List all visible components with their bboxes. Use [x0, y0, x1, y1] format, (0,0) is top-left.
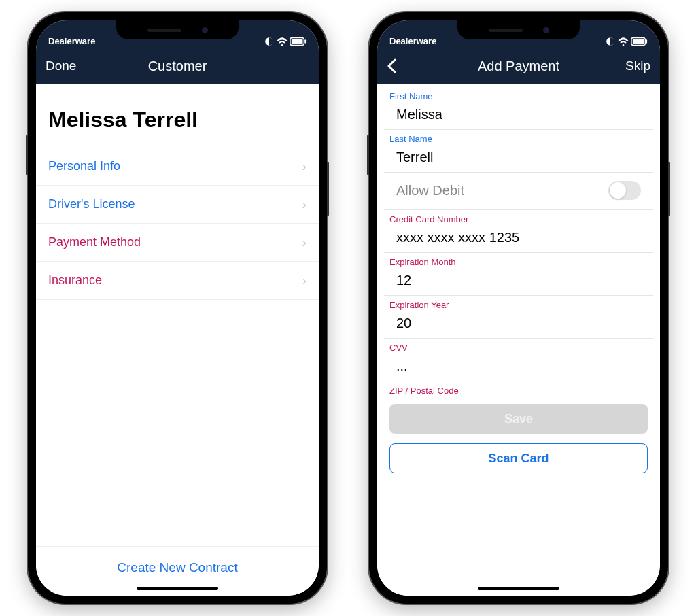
page-title: Add Payment [478, 58, 559, 74]
nav-bar-payment: Add Payment Skip [377, 48, 660, 84]
menu-label: Insurance [48, 273, 102, 288]
home-indicator[interactable] [478, 587, 559, 590]
exp-year-label: Expiration Year [377, 296, 660, 311]
phone-customer: Dealerware Done Customer Melissa Terrell… [28, 12, 327, 604]
notch [116, 20, 239, 39]
allow-debit-toggle[interactable] [608, 181, 641, 200]
menu-payment-method[interactable]: Payment Method › [36, 224, 319, 262]
exp-month-label: Expiration Month [377, 253, 660, 269]
menu-insurance[interactable]: Insurance › [36, 262, 319, 300]
card-number-field[interactable]: xxxx xxxx xxxx 1235 [384, 226, 653, 253]
zip-label: ZIP / Postal Code [377, 381, 660, 397]
scan-card-button[interactable]: Scan Card [389, 443, 648, 473]
cvv-field[interactable]: ... [384, 354, 653, 381]
page-title: Customer [148, 58, 207, 74]
last-name-label: Last Name [377, 130, 660, 146]
nav-bar-customer: Done Customer [36, 48, 319, 84]
back-button[interactable] [387, 58, 428, 73]
menu-label: Personal Info [48, 159, 120, 173]
done-button[interactable]: Done [46, 58, 86, 73]
exp-year-field[interactable]: 20 [384, 311, 653, 339]
menu-label: Payment Method [48, 235, 141, 250]
phone-add-payment: Dealerware Add Payment Skip First Name M… [369, 12, 668, 604]
wifi-icon [277, 37, 288, 46]
last-name-field[interactable]: Terrell [384, 146, 653, 173]
battery-icon [290, 37, 307, 46]
first-name-label: First Name [377, 87, 660, 103]
card-number-label: Credit Card Number [377, 210, 660, 226]
customer-name: Melissa Terrell [36, 84, 319, 148]
notch [457, 20, 580, 39]
svg-rect-3 [304, 39, 306, 44]
status-icons [606, 37, 648, 46]
chevron-right-icon: › [302, 235, 307, 250]
chevron-right-icon: › [302, 196, 307, 212]
svg-rect-2 [292, 39, 303, 44]
wifi-icon [618, 37, 629, 46]
allow-debit-row: Allow Debit [384, 173, 653, 210]
status-icons [264, 37, 307, 46]
home-indicator[interactable] [137, 587, 218, 590]
dnd-icon [264, 37, 274, 46]
svg-rect-6 [633, 39, 644, 44]
chevron-right-icon: › [302, 273, 307, 288]
allow-debit-label: Allow Debit [396, 183, 464, 199]
menu-label: Driver's License [48, 197, 135, 211]
exp-month-field[interactable]: 12 [384, 269, 653, 296]
menu-drivers-license[interactable]: Driver's License › [36, 186, 319, 224]
chevron-right-icon: › [302, 158, 307, 174]
first-name-field[interactable]: Melissa [384, 103, 653, 130]
skip-button[interactable]: Skip [610, 58, 650, 73]
cvv-label: CVV [377, 339, 660, 354]
brand-label: Dealerware [389, 36, 436, 46]
brand-label: Dealerware [48, 36, 95, 46]
menu-personal-info[interactable]: Personal Info › [36, 148, 319, 186]
chevron-left-icon [387, 58, 396, 73]
save-button[interactable]: Save [389, 404, 648, 434]
svg-rect-7 [646, 39, 647, 44]
battery-icon [631, 37, 648, 46]
dnd-icon [606, 37, 615, 46]
